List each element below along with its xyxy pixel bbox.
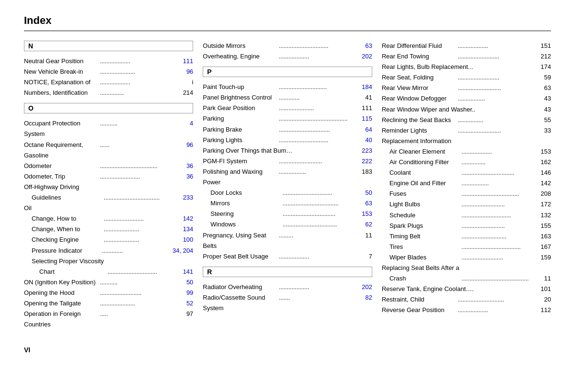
entry-dots: ...................	[458, 41, 534, 51]
entry-dots: .............	[102, 246, 172, 256]
list-item: Rear Differential Fluid.................…	[382, 41, 551, 51]
list-item: Opening the Tailgate....................…	[24, 298, 193, 309]
list-item: Numbers, Identification...............21…	[24, 88, 193, 98]
entry-page: 41	[355, 92, 372, 103]
list-item: Spark Plugs...........................15…	[382, 221, 551, 231]
list-item: Neutral Gear Position...................…	[24, 56, 193, 67]
entry-page: 36	[176, 161, 193, 171]
entry-page: 33	[534, 125, 551, 136]
entry-text: Neutral Gear Position	[24, 56, 100, 67]
list-item: New Vehicle Break-in ...................…	[24, 67, 193, 77]
list-item: Restraint, Child........................…	[382, 294, 551, 305]
list-item: Reclining the Seat Backs................…	[382, 115, 551, 125]
list-item: Rear Seat, Folding......................…	[382, 72, 551, 83]
list-item: Engine Oil and Filter.................14…	[382, 178, 551, 189]
entry-text: Octane Requirement, Gasoline	[24, 140, 100, 161]
list-item: Rear View Mirror........................…	[382, 83, 551, 93]
entry-text: ON (Ignition Key Position)	[24, 277, 100, 288]
entry-page: 111	[355, 103, 372, 113]
entry-dots: ...............................	[283, 188, 355, 198]
entry-text: Reserve Tank, Engine Coolant….	[382, 284, 534, 294]
entry-text: Windows	[203, 219, 283, 230]
entry-dots: .....................................	[461, 242, 534, 252]
entry-page: 233	[176, 192, 193, 203]
list-item: Parking Lights..........................…	[203, 135, 372, 146]
entry-dots: ..............................	[279, 82, 355, 92]
entry-text: Parking Brake	[203, 124, 279, 135]
list-item: Timing Belt............................1…	[382, 231, 551, 242]
section-header-n: N	[24, 41, 193, 51]
section-header-r: R	[203, 267, 372, 277]
entry-text: Light Bulbs	[382, 199, 462, 210]
entry-dots: ...........	[100, 278, 176, 287]
entry-dots: .................	[458, 94, 534, 103]
entry-page: 167	[534, 242, 551, 252]
entry-dots: ......................	[279, 103, 355, 113]
entry-page: 63	[534, 83, 551, 93]
list-item: Mirrors.................................…	[203, 198, 372, 209]
entry-text: Air Cleaner Element	[382, 146, 462, 157]
entry-dots: ...................................	[283, 199, 355, 208]
list-item: Replacing Seat Belts After a	[382, 263, 551, 273]
entry-text: PGM-FI System	[203, 156, 279, 167]
entry-dots: ....................................	[461, 189, 534, 199]
entry-dots: ..........................	[100, 288, 176, 298]
entry-page: 214	[176, 88, 193, 98]
entry-page: 172	[534, 199, 551, 210]
entry-text: Timing Belt	[382, 231, 462, 242]
entry-text: Opening the Hood	[24, 288, 100, 298]
entry-text: Coolant	[382, 168, 462, 178]
list-item: Reserve Tank, Engine Coolant….101	[382, 284, 551, 294]
entry-page: 63	[355, 198, 372, 209]
entry-text: Pregnancy, Using Seat Belts	[203, 230, 279, 251]
entry-text: Parking Over Things that Bum…	[203, 146, 355, 156]
entry-text: Radio/Cassette Sound System	[203, 292, 279, 314]
column-1: NNeutral Gear Position..................…	[24, 41, 203, 335]
entry-text: Restraint, Child	[382, 294, 458, 305]
list-item: Windows.................................…	[203, 219, 372, 230]
section-header-o: O	[24, 103, 193, 113]
list-item: Radiator Overheating...................2…	[203, 282, 372, 292]
list-item: Power	[203, 177, 372, 188]
entry-dots: ...........................	[458, 83, 534, 93]
entry-text: Reverse Gear Position	[382, 305, 458, 315]
list-item: Paint Touch-up..........................…	[203, 82, 372, 92]
entry-text: Odometer, Trip	[24, 171, 100, 182]
entry-page: 43	[534, 104, 551, 115]
entry-dots: .............................	[458, 295, 534, 304]
entry-text: Mirrors	[203, 198, 283, 209]
entry-page: 55	[534, 115, 551, 125]
entry-dots: ...............	[100, 88, 176, 98]
entry-dots: .............	[279, 93, 355, 102]
list-item: Reminder Lights.........................…	[382, 125, 551, 136]
entry-text: Rear View Mirror	[382, 83, 458, 93]
list-item: NOTICE, Explanation of..................…	[24, 77, 193, 88]
entry-page: 99	[176, 288, 193, 298]
entry-text: Rear Differential Fluid	[382, 41, 458, 51]
entry-page: 223	[355, 146, 372, 156]
entry-dots: ...............................	[108, 267, 176, 277]
entry-dots: ......................	[100, 67, 176, 77]
entry-page: 134	[176, 224, 193, 235]
entry-text: Opening the Tailgate	[24, 298, 100, 309]
entry-page: 64	[355, 124, 372, 135]
entry-dots: ............................	[461, 232, 534, 241]
entry-text: NOTICE, Explanation of	[24, 77, 100, 88]
list-item: Fuses...................................…	[382, 189, 551, 199]
entry-page: 82	[355, 292, 372, 303]
entry-page: 11	[534, 273, 551, 284]
entry-text: Checking Engine	[24, 235, 104, 245]
entry-page: 63	[355, 41, 372, 51]
entry-dots: ...................	[100, 56, 176, 66]
list-item: Rear Lights, Bulb Replacement...174	[382, 62, 551, 72]
list-item: Air Cleaner Element...................15…	[382, 146, 551, 157]
entry-dots: ........................................…	[461, 274, 534, 283]
entry-page: 159	[534, 252, 551, 263]
entry-page: 62	[355, 219, 372, 230]
list-item: Chart...............................141	[24, 267, 193, 277]
entry-page: 101	[534, 284, 551, 294]
list-item: Oil	[24, 203, 193, 213]
top-divider	[24, 31, 551, 31]
list-item: Off-Highway Driving	[24, 182, 193, 192]
entry-dots: ...............................	[279, 41, 355, 51]
